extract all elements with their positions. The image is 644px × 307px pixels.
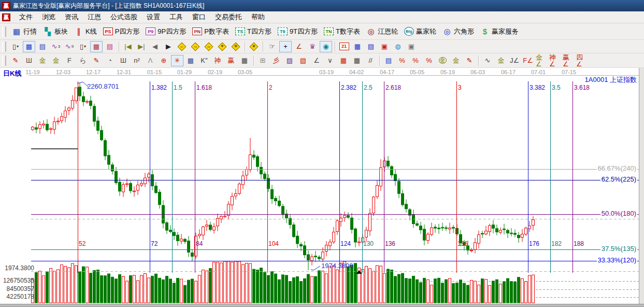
menu-item-5[interactable]: 设置	[142, 12, 165, 22]
gann-wheel-button[interactable]: ◎江恩轮	[366, 27, 398, 36]
menu-item-2[interactable]: 资讯	[60, 12, 83, 22]
draw-ying-angle-icon[interactable]: 赢∠	[562, 55, 575, 66]
nav-first-icon[interactable]: |◀	[122, 41, 134, 52]
9t-square-button[interactable]: T99T四方形	[278, 27, 318, 36]
menu-item-7[interactable]: 窗口	[188, 12, 210, 22]
draw-pct-line-icon[interactable]: %	[396, 55, 408, 66]
toolbar-grip[interactable]	[2, 55, 6, 66]
nav-last-icon[interactable]: ▶|	[135, 41, 148, 52]
menu-item-4[interactable]: 公式选股	[106, 12, 142, 22]
9p-square-button[interactable]: P99P四方形	[146, 27, 186, 36]
winner-wheel-button[interactable]: Big赢家轮	[404, 27, 436, 36]
kline-button[interactable]: ∥K线	[74, 27, 97, 36]
draw-n2-icon[interactable]: n²	[131, 55, 143, 66]
center-view-icon[interactable]: ×	[248, 41, 260, 52]
right-scroll-strip[interactable]	[639, 68, 644, 304]
quote-table-button[interactable]: ▦行情	[12, 27, 37, 36]
p-number-button[interactable]: PNP数字表	[192, 27, 229, 36]
angle-tool-icon[interactable]: ∠	[293, 41, 305, 52]
draw-f-comb-icon[interactable]: F	[63, 55, 76, 66]
kline-chart[interactable]: 11-1912-0312-1712-3101-1501-2902-1903-05…	[0, 68, 644, 304]
draw-pen-icon[interactable]: ✎	[9, 55, 22, 66]
toolbar-grip[interactable]	[2, 26, 6, 37]
pan-right-icon[interactable]: →	[189, 41, 202, 52]
quote-list-icon[interactable]: ▤	[36, 41, 49, 52]
draw-a-line-icon[interactable]: Λ	[144, 55, 156, 66]
candle-style-dropdown[interactable]: ▯▾	[77, 41, 89, 52]
draw-gold-icon[interactable]: 金	[50, 55, 62, 66]
draw-trend-icon[interactable]: ∠	[310, 55, 323, 66]
wave-9-icon[interactable]: ∿9	[63, 41, 76, 52]
draw-gold-angle-icon[interactable]: 金∠	[535, 55, 548, 66]
volume-histogram-icon[interactable]: ▤	[104, 41, 116, 52]
draw-f-angle-icon[interactable]: F∠	[522, 55, 534, 66]
draw-brush-icon[interactable]: ✎	[463, 55, 476, 66]
draw-star-icon[interactable]: ✳	[171, 55, 183, 66]
save-icon[interactable]: ▣	[378, 41, 391, 52]
winner-service-button[interactable]: $赢家服务	[480, 27, 519, 36]
draw-si-angle-icon[interactable]: 四∠	[576, 55, 588, 66]
remote-pc-icon[interactable]: ▣	[405, 41, 418, 52]
toolbar-grip[interactable]	[2, 41, 6, 52]
crosshair-tool-icon[interactable]: +	[279, 41, 292, 52]
smart-tool-icon[interactable]: ◉	[320, 41, 332, 52]
pan-left-icon[interactable]: ←	[176, 41, 188, 52]
hexagon-button[interactable]: ◎六角形	[442, 27, 474, 36]
draw-shen-angle-icon[interactable]: 神∠	[549, 55, 561, 66]
draw-box-ray-icon[interactable]: ▧	[297, 55, 309, 66]
wave-3-icon[interactable]: ∿3	[50, 41, 62, 52]
nav-next-icon[interactable]: ▶	[162, 41, 175, 52]
p-square-button[interactable]: PSP四方形	[103, 27, 140, 36]
draw-circle-cross-icon[interactable]: ⊕	[158, 55, 170, 66]
pattern-view-icon[interactable]: ▩	[23, 41, 35, 52]
draw-ying-icon[interactable]: 赢	[225, 55, 237, 66]
draw-arc-icon[interactable]: ◔	[104, 55, 116, 66]
draw-grid-dot-icon[interactable]: ▩	[184, 55, 197, 66]
notes-icon[interactable]: ▤	[365, 41, 377, 52]
draw-grid-arrow-icon[interactable]: ▦	[351, 55, 363, 66]
t-square-button[interactable]: TST四方形	[235, 27, 271, 36]
draw-grid123-icon[interactable]: ▦	[238, 55, 251, 66]
draw-a-wave-icon[interactable]: ∿	[481, 55, 494, 66]
menu-item-3[interactable]: 江恩	[83, 12, 106, 22]
draw-gold-gate-icon[interactable]: 金	[36, 55, 49, 66]
nav-prev-icon[interactable]: ◀	[149, 41, 161, 52]
menu-item-1[interactable]: 浏览	[37, 12, 60, 22]
menu-item-0[interactable]: 文件	[15, 12, 37, 22]
draw-box-fan-icon[interactable]: ▨	[283, 55, 296, 66]
t-number-button[interactable]: TNT数字表	[324, 27, 360, 36]
web-icon[interactable]: ◍	[392, 41, 404, 52]
calendar-icon[interactable]: 21	[338, 41, 350, 52]
draw-comb2-icon[interactable]: Ш	[117, 55, 130, 66]
draw-red-grid-icon[interactable]: ▦	[337, 55, 350, 66]
draw-j-angle-icon[interactable]: J∠	[508, 55, 521, 66]
draw-vee-icon[interactable]: ∨	[324, 55, 336, 66]
draw-gold-under-icon[interactable]: 金	[495, 55, 507, 66]
draw-spiral-icon[interactable]: ら	[77, 55, 89, 66]
menu-item-6[interactable]: 工具	[165, 12, 188, 22]
calculator-icon[interactable]: ▦	[351, 41, 364, 52]
zoom-in-icon[interactable]: +	[216, 41, 228, 52]
draw-shen-icon[interactable]: 神	[211, 55, 224, 66]
red-pattern-icon[interactable]: ▩	[90, 41, 103, 52]
menu-item-8[interactable]: 交易委托	[210, 12, 247, 22]
sector-blocks-button[interactable]: ▚板块	[43, 27, 68, 36]
menu-item-9[interactable]: 帮助	[247, 12, 269, 22]
anchor-tool-icon[interactable]: ♛	[306, 41, 319, 52]
draw-table-pct-icon[interactable]: ▤	[382, 55, 395, 66]
pan-both-icon[interactable]: ↔	[203, 41, 215, 52]
draw-gold-line-icon[interactable]: 金	[450, 55, 462, 66]
draw-gold-circle-icon[interactable]: 金	[436, 55, 449, 66]
draw-parallel-icon[interactable]: //	[364, 55, 377, 66]
zoom-out-icon[interactable]: ✳	[230, 41, 242, 52]
draw-angle-pen-icon[interactable]: ✎	[90, 55, 103, 66]
draw-pct-eq-icon[interactable]: %	[423, 55, 435, 66]
draw-pct-icon[interactable]: %	[409, 55, 422, 66]
hand-tool-icon[interactable]: ☞	[266, 41, 278, 52]
draw-k2-icon[interactable]: K″	[198, 55, 210, 66]
draw-comb-icon[interactable]: Ш	[23, 55, 35, 66]
kline-style-dropdown[interactable]: ▯▾	[9, 41, 22, 52]
draw-fan-icon[interactable]: 彡	[270, 55, 282, 66]
status-scrollbar[interactable]	[0, 304, 644, 307]
draw-frame-icon[interactable]: ⊞	[256, 55, 269, 66]
